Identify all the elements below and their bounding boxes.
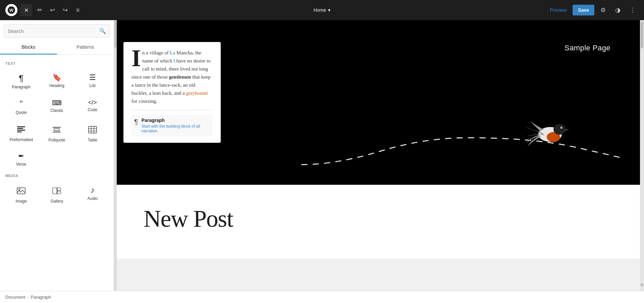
- undo-button[interactable]: ↩: [46, 4, 58, 16]
- hint-text: Paragraph Start with the building block …: [142, 118, 210, 133]
- new-post-title: New Post: [144, 205, 233, 233]
- block-item-preformatted[interactable]: Preformatted: [4, 121, 38, 147]
- svg-rect-0: [17, 126, 25, 127]
- canvas-area[interactable]: Sample Page I n a village of La Mancha, …: [114, 20, 644, 291]
- top-toolbar: W ✕ ✏ ↩ ↪ ≡ Home ▾ Preview Save ⚙ ◑ ⋮: [0, 0, 644, 20]
- block-item-pullquote[interactable]: Pullquote: [40, 121, 74, 147]
- table-label: Table: [88, 138, 97, 142]
- hint-title: Paragraph: [142, 118, 210, 123]
- sidebar-tabs: Blocks Patterns: [0, 40, 114, 55]
- svg-rect-6: [53, 132, 61, 132]
- tab-blocks[interactable]: Blocks: [0, 40, 57, 54]
- section-label-text: TEXT: [5, 61, 110, 66]
- popup-card[interactable]: I n a village of La Mancha, the name of …: [123, 42, 221, 143]
- more-icon: ⋮: [630, 6, 636, 14]
- redo-button[interactable]: ↪: [59, 4, 71, 16]
- svg-rect-7: [89, 126, 97, 133]
- redo-icon: ↪: [63, 6, 68, 14]
- heading-icon: 🔖: [52, 74, 61, 81]
- hint-paragraph-icon: ¶: [134, 118, 138, 126]
- left-scroll-thumb: [114, 21, 116, 48]
- contrast-button[interactable]: ◑: [612, 4, 624, 16]
- image-icon: [16, 186, 26, 197]
- block-item-code[interactable]: </> Code: [75, 95, 110, 119]
- verse-label: Verse: [16, 162, 26, 167]
- main-layout: 🔍 Blocks Patterns TEXT ¶ Paragraph 🔖 Hea…: [0, 20, 644, 291]
- pullquote-label: Pullquote: [48, 138, 65, 142]
- left-scrollbar[interactable]: [114, 20, 117, 291]
- page-title: Home: [314, 7, 326, 13]
- right-scroll-thumb: [641, 21, 643, 48]
- save-button[interactable]: Save: [573, 5, 594, 15]
- bottom-bar: Document › Paragraph: [0, 291, 644, 303]
- contrast-icon: ◑: [615, 6, 621, 14]
- svg-rect-5: [54, 129, 59, 131]
- block-item-quote[interactable]: " Quote: [4, 95, 38, 119]
- close-button[interactable]: ✕: [20, 4, 32, 16]
- wp-logo[interactable]: W: [5, 4, 17, 16]
- pencil-button[interactable]: ✏: [34, 4, 46, 16]
- popup-paragraph-hint[interactable]: ¶ Paragraph Start with the building bloc…: [131, 115, 213, 136]
- block-item-image[interactable]: Image: [4, 182, 38, 208]
- text-block-grid: ¶ Paragraph 🔖 Heading ☰ List " Quote: [4, 70, 110, 171]
- list-label: List: [89, 83, 96, 88]
- svg-rect-2: [17, 130, 25, 131]
- block-item-table[interactable]: Table: [75, 121, 110, 147]
- search-box[interactable]: 🔍: [4, 24, 110, 38]
- hero-section: Sample Page I n a village of La Mancha, …: [117, 20, 644, 185]
- popup-text-block: I n a village of La Mancha, the name of …: [131, 49, 213, 105]
- section-label-media: MEDIA: [5, 174, 110, 178]
- settings-button[interactable]: ⚙: [597, 4, 609, 16]
- heading-label: Heading: [49, 83, 64, 88]
- gallery-icon: [52, 186, 61, 197]
- sidebar-search-area: 🔍: [0, 20, 114, 40]
- more-button[interactable]: ⋮: [627, 4, 639, 16]
- right-scrollbar[interactable]: [640, 20, 644, 291]
- block-item-audio[interactable]: ♪ Audio: [75, 182, 110, 208]
- block-item-classic[interactable]: ⌨ Classic: [40, 95, 74, 119]
- bird-illustration: [523, 111, 577, 151]
- code-label: Code: [88, 107, 97, 112]
- block-item-verse[interactable]: ✒ Verse: [4, 148, 38, 171]
- toolbar-right: Preview Save ⚙ ◑ ⋮: [547, 4, 639, 16]
- code-icon: </>: [88, 99, 97, 105]
- hero-title: Sample Page: [565, 44, 610, 52]
- menu-icon: ≡: [76, 7, 80, 14]
- gallery-label: Gallery: [50, 199, 63, 204]
- tab-patterns[interactable]: Patterns: [57, 40, 114, 54]
- hint-desc: Start with the building block of all nar…: [142, 124, 210, 133]
- scroll-arrow-down[interactable]: [641, 284, 643, 286]
- table-icon: [88, 125, 97, 136]
- preformatted-icon: [16, 125, 26, 135]
- breadcrumb-paragraph[interactable]: Paragraph: [31, 295, 51, 300]
- audio-label: Audio: [87, 196, 98, 201]
- popup-divider: [131, 110, 213, 110]
- svg-rect-4: [53, 127, 61, 128]
- quote-label: Quote: [16, 110, 27, 115]
- search-input[interactable]: [8, 28, 99, 34]
- chevron-down-icon: ▾: [328, 7, 330, 13]
- breadcrumb-document[interactable]: Document: [5, 295, 25, 300]
- block-item-list[interactable]: ☰ List: [75, 70, 110, 94]
- classic-icon: ⌨: [52, 99, 62, 106]
- settings-icon: ⚙: [600, 6, 606, 14]
- popup-body-text: n a village of La Mancha, the name of wh…: [131, 50, 211, 104]
- block-item-heading[interactable]: 🔖 Heading: [40, 70, 74, 94]
- media-block-grid: Image Gallery ♪ Audio: [4, 182, 110, 208]
- block-item-paragraph[interactable]: ¶ Paragraph: [4, 70, 38, 94]
- svg-rect-3: [17, 131, 22, 132]
- svg-point-19: [553, 124, 566, 135]
- sidebar: 🔍 Blocks Patterns TEXT ¶ Paragraph 🔖 Hea…: [0, 20, 114, 291]
- preview-button[interactable]: Preview: [547, 5, 570, 15]
- drop-cap: I: [131, 49, 141, 68]
- block-item-gallery[interactable]: Gallery: [40, 182, 74, 208]
- list-icon: ☰: [89, 74, 96, 81]
- menu-button[interactable]: ≡: [72, 4, 84, 16]
- undo-icon: ↩: [50, 6, 55, 14]
- paragraph-label: Paragraph: [12, 85, 31, 89]
- pencil-icon: ✏: [37, 6, 42, 14]
- quote-icon: ": [19, 99, 23, 108]
- close-icon: ✕: [24, 7, 29, 13]
- search-icon: 🔍: [99, 28, 106, 34]
- page-nav-center[interactable]: Home ▾: [314, 7, 330, 13]
